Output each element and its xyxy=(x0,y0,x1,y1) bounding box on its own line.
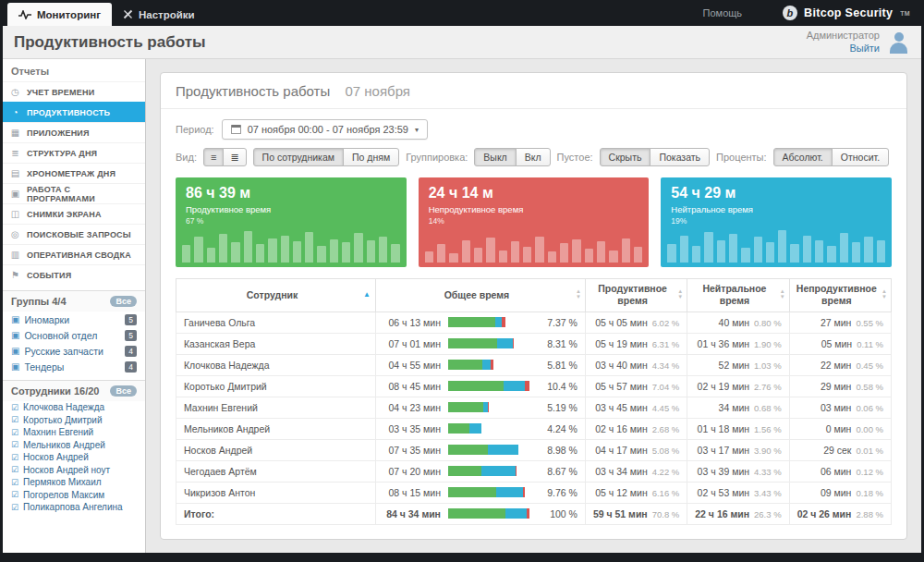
sidebar-item-operational-summary[interactable]: ▥ОПЕРАТИВНАЯ СВОДКА xyxy=(3,244,145,264)
employee-item[interactable]: ☑Мельников Андрей xyxy=(3,439,145,452)
total-percent-value: 8.67 % xyxy=(537,466,578,477)
sidebar-item-label: СОБЫТИЯ xyxy=(27,271,71,280)
report-title-text: Продуктивность работы xyxy=(176,83,330,99)
summary-card-unproductive: 24 ч 14 мНепродуктивное время14% xyxy=(419,177,650,267)
group-item[interactable]: ▣Основной отдел5 xyxy=(3,327,145,343)
employee-item[interactable]: ☑Носков Андрей ноут xyxy=(3,464,145,477)
column-header-unproductive-time[interactable]: Непродуктивное время▲▼ xyxy=(789,279,891,312)
tab-settings[interactable]: Настройки xyxy=(112,3,206,26)
groups-all-badge[interactable]: Все xyxy=(110,296,137,307)
grouping-on-button[interactable]: Вкл xyxy=(516,148,551,166)
employee-item[interactable]: ☑Коротько Дмитрий xyxy=(3,414,145,427)
table-row[interactable]: Казанская Вера07 ч 01 мин8.31 %05 ч 19 м… xyxy=(176,333,892,354)
group-item[interactable]: ▣Тендеры4 xyxy=(3,359,145,374)
period-selector[interactable]: 07 ноября 00:00 - 07 ноября 23:59 ▾ xyxy=(222,119,428,140)
total-time-cell: 04 ч 55 мин5.81 % xyxy=(375,354,585,375)
checkbox-checked-icon[interactable]: ☑ xyxy=(11,478,18,487)
table-row[interactable]: Носков Андрей07 ч 35 мин8.98 %04 ч 17 ми… xyxy=(176,439,892,460)
user-avatar[interactable] xyxy=(887,31,910,54)
sidebar-item-productivity[interactable]: ◔ПРОДУКТИВНОСТЬ xyxy=(3,102,145,122)
employee-item[interactable]: ☑Пермяков Михаил xyxy=(3,476,145,489)
group-item[interactable]: ▣Иномарки5 xyxy=(3,312,145,327)
neutral-percent-value: 1.56 % xyxy=(754,424,782,434)
employee-item[interactable]: ☑Погорелов Максим xyxy=(3,489,145,502)
total-row[interactable]: Итого:84 ч 34 мин100 %59 ч 51 мин70.8 %2… xyxy=(176,503,892,524)
checkbox-checked-icon[interactable]: ☑ xyxy=(11,403,18,412)
percents-relative-button[interactable]: Относит. xyxy=(832,148,889,166)
groups-list: ▣Иномарки5▣Основной отдел5▣Русские запча… xyxy=(3,312,145,374)
sidebar-item-events[interactable]: ⚑СОБЫТИЯ xyxy=(3,264,145,285)
brand-name: Bitcop Security xyxy=(804,6,893,19)
table-row[interactable]: Мельников Андрей03 ч 35 мин4.24 %02 ч 16… xyxy=(176,418,892,439)
neutral-percent-value: 2.76 % xyxy=(754,382,782,392)
apps-icon: ▦ xyxy=(10,128,20,138)
sidebar-item-applications[interactable]: ▦ПРИЛОЖЕНИЯ xyxy=(3,122,145,142)
help-link[interactable]: Помощь xyxy=(703,7,743,18)
column-header-neutral-time[interactable]: Нейтральное время▲▼ xyxy=(687,279,789,312)
table-row[interactable]: Ганичева Ольга06 ч 13 мин7.37 %05 ч 05 м… xyxy=(176,312,892,333)
total-time-bar xyxy=(448,381,529,391)
productive-percent-value: 7.04 % xyxy=(652,382,680,392)
by-employees-button[interactable]: По сотрудникам xyxy=(253,148,344,166)
productive-time-cell: 05 ч 05 мин6.02 % xyxy=(585,312,687,333)
bar-segment-productive xyxy=(448,317,495,327)
total-time-bar xyxy=(448,445,529,455)
tab-monitoring[interactable]: Мониторинг xyxy=(7,3,112,26)
neutral-percent-value: 1.03 % xyxy=(754,360,782,371)
checkbox-checked-icon[interactable]: ☑ xyxy=(11,415,18,424)
percents-absolute-button[interactable]: Абсолют. xyxy=(773,148,833,166)
grouping-off-button[interactable]: Выкл xyxy=(474,148,516,166)
employee-label: Мельников Андрей xyxy=(23,440,105,450)
employees-header-label: Сотрудники 16/20 xyxy=(11,385,99,397)
total-time-value: 08 ч 45 мин xyxy=(383,381,441,392)
view-detailed-button[interactable]: ≡ xyxy=(203,148,224,166)
column-header-total-time[interactable]: Общее время▲▼ xyxy=(375,279,585,312)
sidebar-item-day-structure[interactable]: ≣СТРУКТУРА ДНЯ xyxy=(3,142,145,163)
sidebar-item-programs[interactable]: ▣РАБОТА С ПРОГРАММАМИ xyxy=(3,183,145,203)
empty-show-button[interactable]: Показать xyxy=(650,148,710,166)
checkbox-checked-icon[interactable]: ☑ xyxy=(11,428,18,437)
tools-icon xyxy=(123,9,133,19)
by-days-button[interactable]: По дням xyxy=(343,148,399,166)
checkbox-checked-icon[interactable]: ☑ xyxy=(11,503,18,512)
total-time-cell: 08 ч 45 мин10.4 % xyxy=(375,375,585,397)
sidebar-item-day-timeline[interactable]: ▤ХРОНОМЕТРАЖ ДНЯ xyxy=(3,163,145,183)
view-compact-button[interactable]: ≣ xyxy=(223,148,246,166)
bar-segment-neutral xyxy=(496,487,523,497)
column-header-employee[interactable]: Сотрудник▲ xyxy=(176,279,376,312)
table-row[interactable]: Чикризов Антон08 ч 15 мин9.76 %05 ч 12 м… xyxy=(176,482,892,503)
productive-percent-value: 6.31 % xyxy=(652,339,680,349)
card-sparkline xyxy=(182,226,400,263)
card-percent: 19% xyxy=(671,216,881,226)
table-row[interactable]: Чегодаев Артём07 ч 20 мин8.67 %03 ч 34 м… xyxy=(176,460,892,482)
table-row[interactable]: Махнин Евгений04 ч 23 мин5.19 %03 ч 45 м… xyxy=(176,397,892,418)
employee-item[interactable]: ☑Клочкова Надежда xyxy=(3,401,145,414)
neutral-time-cell: 02 ч 19 мин2.76 % xyxy=(687,375,789,397)
sidebar-item-search-queries[interactable]: ◎ПОИСКОВЫЕ ЗАПРОСЫ xyxy=(3,224,145,244)
unproductive-time-value: 29 мин xyxy=(821,381,851,392)
neutral-time-value: 52 мин xyxy=(719,360,749,371)
table-row[interactable]: Клочкова Надежда04 ч 55 мин5.81 %03 ч 40… xyxy=(176,354,892,375)
employees-all-badge[interactable]: Все xyxy=(110,385,137,397)
sidebar-nav: ◷УЧЕТ ВРЕМЕНИ◔ПРОДУКТИВНОСТЬ▦ПРИЛОЖЕНИЯ≣… xyxy=(3,81,145,285)
employee-item[interactable]: ☑Махнин Евгений xyxy=(3,426,145,439)
page-title: Продуктивность работы xyxy=(14,33,205,52)
productive-time-value: 05 ч 05 мин xyxy=(595,317,647,328)
table-row[interactable]: Коротько Дмитрий08 ч 45 мин10.4 %05 ч 57… xyxy=(176,375,892,397)
sidebar-item-time-tracking[interactable]: ◷УЧЕТ ВРЕМЕНИ xyxy=(3,81,145,102)
employee-item[interactable]: ☑Поликарпова Ангелина xyxy=(3,501,145,514)
checkbox-checked-icon[interactable]: ☑ xyxy=(11,453,18,462)
neutral-time-cell: 34 мин0.68 % xyxy=(687,397,789,418)
checkbox-checked-icon[interactable]: ☑ xyxy=(11,465,18,474)
total-percent-value: 5.81 % xyxy=(537,360,578,371)
employee-label: Носков Андрей ноут xyxy=(23,465,110,475)
sidebar-item-screenshots[interactable]: ◫СНИМКИ ЭКРАНА xyxy=(3,203,145,224)
empty-hide-button[interactable]: Скрыть xyxy=(600,148,651,166)
column-header-productive-time[interactable]: Продуктивное время▲▼ xyxy=(585,279,687,312)
employee-item[interactable]: ☑Носков Андрей xyxy=(3,451,145,464)
checkbox-checked-icon[interactable]: ☑ xyxy=(11,490,18,499)
card-sparkline xyxy=(667,226,885,263)
group-item[interactable]: ▣Русские запчасти4 xyxy=(3,343,145,359)
checkbox-checked-icon[interactable]: ☑ xyxy=(11,440,18,449)
logout-link[interactable]: Выйти xyxy=(807,43,880,55)
